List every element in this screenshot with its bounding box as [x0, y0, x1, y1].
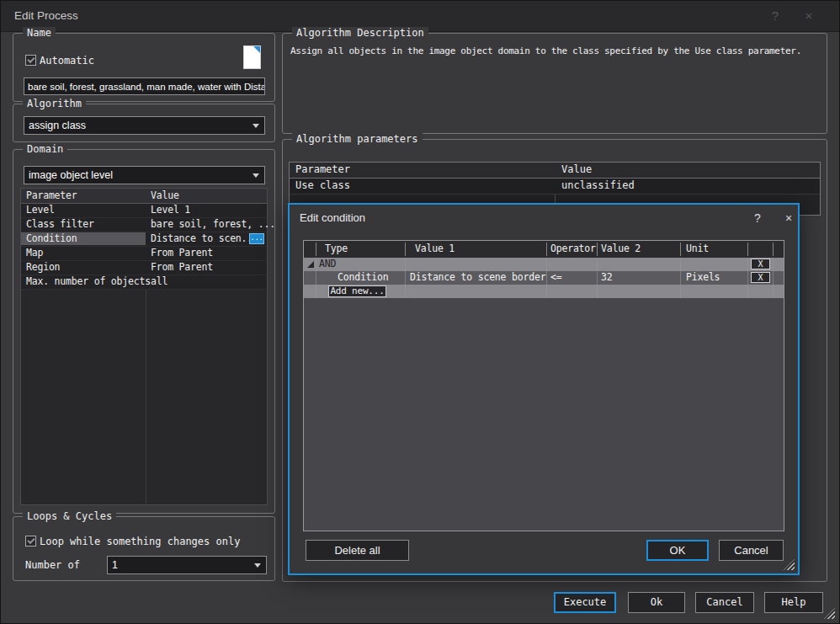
cancel-button[interactable]: Cancel: [719, 540, 784, 561]
loop-checkbox[interactable]: [25, 536, 36, 547]
header-value2: Value 2: [601, 241, 641, 257]
column-divider: [405, 243, 406, 256]
param-cell: Level: [26, 204, 55, 216]
ok-button[interactable]: OK: [646, 540, 709, 561]
algorithm-description-group: Algorithm Description Assign all objects…: [282, 33, 827, 134]
param-cell: Map: [26, 247, 43, 259]
loops-group: Loops & Cycles Loop while something chan…: [13, 516, 275, 581]
remove-row-button[interactable]: X: [751, 259, 770, 269]
value-cell: bare soil, forest, ...: [151, 218, 275, 231]
column-divider: [597, 258, 598, 298]
condition-row[interactable]: Condition Distance to scene border <= 32…: [304, 271, 784, 285]
resize-grip-icon[interactable]: [824, 608, 835, 619]
value-cell: Level 1: [151, 204, 190, 216]
header-operator: Operator: [550, 241, 596, 257]
table-row[interactable]: Level Level 1: [21, 204, 267, 218]
loop-checkbox-label: Loop while something changes only: [40, 536, 240, 547]
table-row[interactable]: Use class unclassified: [290, 179, 820, 195]
ok-button[interactable]: Ok: [628, 592, 685, 613]
table-row-condition-selected[interactable]: Condition Distance to scen... ...: [21, 232, 267, 247]
column-divider: [773, 243, 774, 256]
type-cell: Condition: [338, 271, 389, 284]
header-unit: Unit: [686, 241, 709, 257]
parameters-group-label: Algorithm parameters: [292, 133, 423, 146]
cancel-button[interactable]: Cancel: [695, 592, 754, 613]
header-value1: Value 1: [415, 241, 455, 257]
domain-group-label: Domain: [23, 143, 67, 156]
column-divider: [597, 243, 598, 256]
param-cell: Condition: [26, 232, 77, 245]
value-cell: From Parent: [151, 247, 213, 259]
table-row[interactable]: Class filter bare soil, forest, ...: [21, 218, 267, 232]
column-divider: [546, 243, 547, 256]
table-row[interactable]: Max. number of objects all: [21, 275, 267, 290]
header-parameter: Parameter: [26, 189, 77, 202]
header-parameter: Parameter: [295, 163, 350, 177]
condition-table: Type Value 1 Operator Value 2 Unit AND X…: [303, 240, 784, 531]
add-new-row: Add new...: [304, 285, 784, 298]
automatic-checkbox[interactable]: [25, 55, 36, 66]
header-value: Value: [561, 163, 592, 177]
chevron-down-icon: [253, 173, 259, 178]
column-divider: [316, 258, 316, 298]
chevron-down-icon: [254, 563, 261, 568]
help-icon[interactable]: ?: [763, 1, 788, 31]
table-header-row: Parameter Value: [290, 163, 820, 179]
value-cell: Distance to scen...: [151, 232, 258, 245]
table-row[interactable]: Map From Parent: [21, 247, 267, 261]
param-cell: Class filter: [26, 218, 94, 231]
type-cell: AND: [319, 258, 336, 270]
param-cell: Max. number of objects: [26, 275, 151, 288]
unit-cell: Pixels: [686, 271, 720, 284]
algorithm-group-label: Algorithm: [23, 98, 86, 110]
edit-condition-dialog: Edit condition ? × Type Value 1 Operator…: [288, 203, 800, 575]
delete-all-button[interactable]: Delete all: [306, 540, 409, 561]
table-row[interactable]: Region From Parent: [21, 261, 267, 275]
table-header-row: Parameter Value: [21, 189, 267, 204]
process-name-input[interactable]: [24, 77, 265, 95]
param-cell: Use class: [295, 179, 350, 193]
column-divider: [680, 243, 681, 256]
description-group-label: Algorithm Description: [292, 27, 428, 40]
expander-icon[interactable]: [307, 261, 314, 268]
dialog-title: Edit condition: [300, 211, 365, 224]
remove-row-button[interactable]: X: [751, 272, 770, 283]
and-row[interactable]: AND X: [304, 258, 784, 271]
column-divider: [747, 243, 748, 256]
resize-grip-icon[interactable]: [784, 559, 795, 570]
domain-selected-value: image object level: [29, 167, 113, 184]
value1-cell: Distance to scene border: [410, 271, 545, 284]
number-of-select[interactable]: 1: [107, 556, 267, 574]
algorithm-selected-value: assign class: [29, 117, 86, 134]
help-icon[interactable]: ?: [747, 208, 768, 228]
help-button[interactable]: Help: [764, 592, 823, 613]
add-new-button[interactable]: Add new...: [328, 285, 386, 297]
execute-button[interactable]: Execute: [554, 592, 616, 613]
column-divider: [316, 243, 316, 256]
close-icon[interactable]: ×: [778, 208, 800, 228]
domain-select[interactable]: image object level: [24, 166, 265, 184]
column-divider: [747, 258, 748, 298]
table-header-row: Type Value 1 Operator Value 2 Unit: [304, 241, 784, 259]
algorithm-description-text: Assign all objects in the image object d…: [290, 45, 822, 56]
value-cell: From Parent: [151, 261, 213, 274]
close-icon[interactable]: ×: [796, 1, 821, 31]
number-of-label: Number of: [25, 559, 80, 571]
param-cell: Region: [26, 261, 60, 274]
column-divider: [405, 258, 406, 298]
loops-group-label: Loops & Cycles: [23, 510, 116, 523]
algorithm-group: Algorithm assign class: [13, 104, 275, 142]
chevron-down-icon: [253, 124, 259, 128]
automatic-checkbox-label: Automatic: [40, 55, 94, 67]
column-divider: [680, 258, 681, 298]
ellipsis-button[interactable]: ...: [249, 233, 264, 244]
domain-parameter-table: Parameter Value Level Level 1 Class filt…: [20, 188, 268, 505]
value-cell: unclassified: [561, 179, 635, 193]
algorithm-select[interactable]: assign class: [24, 116, 265, 135]
number-of-value: 1: [112, 557, 118, 573]
value-cell: all: [151, 275, 167, 288]
new-document-icon[interactable]: [243, 45, 261, 69]
value2-cell: 32: [601, 271, 612, 284]
domain-group: Domain image object level Parameter Valu…: [13, 149, 275, 514]
column-divider: [546, 258, 547, 298]
